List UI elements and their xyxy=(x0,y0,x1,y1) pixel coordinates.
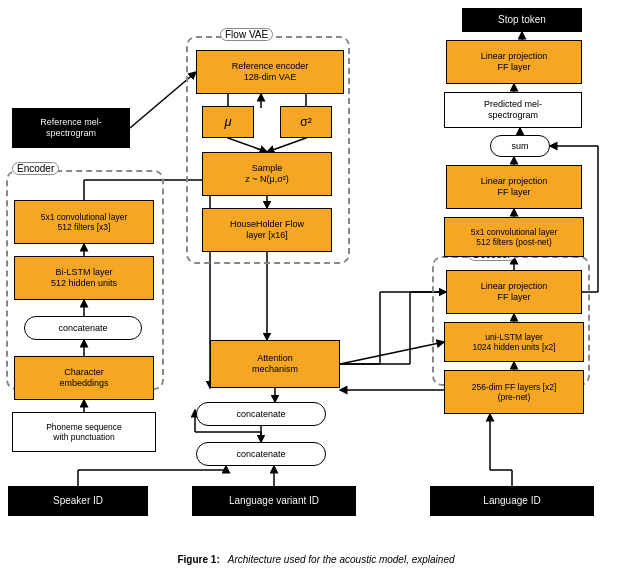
ref-encoder-box: Reference encoder128-dim VAE xyxy=(196,50,344,94)
linear-proj-ff-1-box: Linear projectionFF layer xyxy=(446,40,582,84)
char-embeddings-box: Characterembeddings xyxy=(14,356,154,400)
ff-pre-net-box: 256-dim FF layers [x2](pre-net) xyxy=(444,370,584,414)
language-id-box: Language ID xyxy=(430,486,594,516)
conv-enc-box: 5x1 convolutional layer512 filters [x3] xyxy=(14,200,154,244)
phoneme-seq-box: Phoneme sequencewith punctuation xyxy=(12,412,156,452)
bi-lstm-box: Bi-LSTM layer512 hidden units xyxy=(14,256,154,300)
caption-label: Figure 1: xyxy=(177,554,219,565)
sample-box: Samplez ~ N(μ,σ²) xyxy=(202,152,332,196)
uni-lstm-box: uni-LSTM layer1024 hidden units [x2] xyxy=(444,322,584,362)
ref-mel-box: Reference mel-spectrogram xyxy=(12,108,130,148)
diagram: Encoder Flow VAE Decoder Stop token Line… xyxy=(0,0,632,540)
language-variant-id-box: Language variant ID xyxy=(192,486,356,516)
concatenate-enc-box: concatenate xyxy=(24,316,142,340)
householder-box: HouseHolder Flowlayer [x16] xyxy=(202,208,332,252)
sigma-box: σ² xyxy=(280,106,332,138)
svg-line-44 xyxy=(340,342,444,364)
concatenate-1-box: concatenate xyxy=(196,402,326,426)
encoder-group-label: Encoder xyxy=(12,162,59,175)
mu-box: μ xyxy=(202,106,254,138)
flow-vae-group-label: Flow VAE xyxy=(220,28,273,41)
concatenate-2-box: concatenate xyxy=(196,442,326,466)
linear-proj-ff-2-box: Linear projectionFF layer xyxy=(446,165,582,209)
attention-box: Attentionmechanism xyxy=(210,340,340,388)
caption-text: Architecture used for the acoustic model… xyxy=(228,554,455,565)
sum-box: sum xyxy=(490,135,550,157)
conv-post-box: 5x1 convolutional layer512 filters (post… xyxy=(444,217,584,257)
predicted-mel-box: Predicted mel-spectrogram xyxy=(444,92,582,128)
caption: Figure 1: Architecture used for the acou… xyxy=(0,540,632,578)
stop-token-box: Stop token xyxy=(462,8,582,32)
linear-proj-ff-3-box: Linear projectionFF layer xyxy=(446,270,582,314)
speaker-id-box: Speaker ID xyxy=(8,486,148,516)
